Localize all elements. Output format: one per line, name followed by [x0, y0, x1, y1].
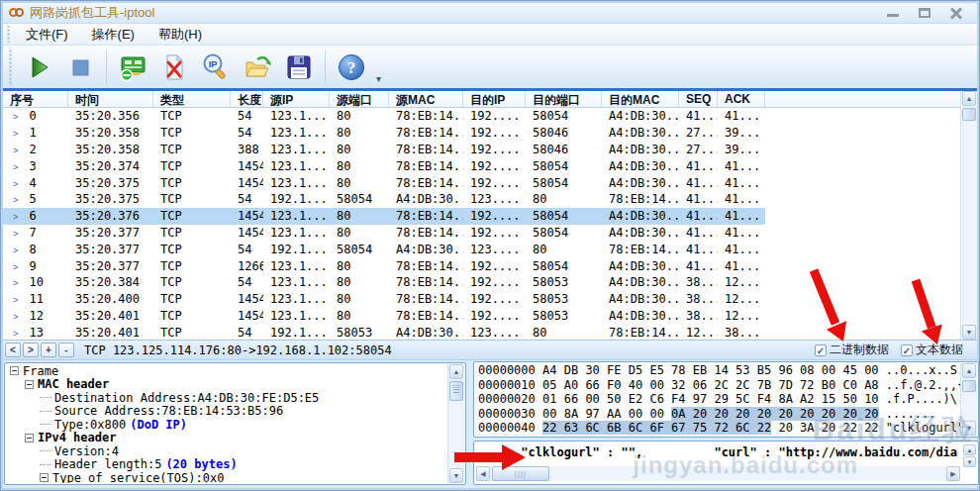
nav-button-3[interactable]: - — [58, 343, 74, 357]
column-header-7[interactable]: 目的IP — [463, 91, 526, 107]
decoded-text-line[interactable]: "clklogurl" : "", "curl" : "http://www.b… — [478, 445, 958, 461]
start-capture-button[interactable] — [20, 49, 57, 86]
row-expander-icon[interactable]: > — [13, 129, 18, 139]
scroll-up-icon[interactable]: ▲ — [962, 363, 976, 378]
row-expander-icon[interactable]: > — [13, 162, 18, 172]
scroll-right-icon[interactable]: ▶ — [946, 466, 960, 481]
table-row[interactable]: > 1135:20.400TCP1454123.1...8078:EB:14..… — [3, 291, 964, 308]
row-expander-icon[interactable]: > — [13, 146, 18, 155]
checkbox-icon[interactable]: ✓ — [901, 344, 913, 356]
scroll-left-icon[interactable]: ◀ — [476, 466, 490, 481]
table-row[interactable]: > 835:20.377TCP54192.1...58054A4:DB:30..… — [3, 241, 964, 257]
row-expander-icon[interactable]: > — [13, 112, 18, 122]
tree-expander-icon[interactable] — [10, 366, 19, 375]
nav-button-0[interactable]: < — [5, 343, 21, 357]
table-row[interactable]: > 435:20.375TCP1454123.1...8078:EB:14...… — [3, 174, 964, 191]
row-expander-icon[interactable]: > — [13, 195, 18, 205]
nav-button-2[interactable]: + — [41, 343, 56, 357]
column-header-10[interactable]: SEQ — [679, 91, 718, 107]
column-header-1[interactable]: 时间 — [68, 91, 153, 107]
close-button[interactable] — [947, 6, 965, 20]
tree-expander-icon[interactable] — [25, 380, 34, 389]
menu-item-1[interactable]: 操作(E) — [80, 24, 147, 46]
menu-drag-grip[interactable] — [6, 26, 11, 43]
toolbar-drag-grip[interactable] — [8, 48, 13, 86]
table-row[interactable]: > 335:20.374TCP1454123.1...8078:EB:14...… — [3, 157, 964, 174]
maximize-button[interactable] — [916, 6, 933, 20]
column-header-11[interactable]: ACK — [718, 91, 765, 107]
table-row[interactable]: > 535:20.375TCP54192.1...58054A4:DB:30..… — [3, 191, 964, 208]
stop-capture-button[interactable] — [61, 49, 99, 86]
column-header-2[interactable]: 类型 — [153, 91, 231, 107]
table-row[interactable]: > 635:20.376TCP1454123.1...8078:EB:14...… — [3, 208, 964, 225]
hex-row[interactable]: 00000020 01 66 00 50 E2 C6 F4 97 29 5C F… — [478, 392, 960, 407]
text-data-checkbox[interactable]: ✓文本数据 — [901, 342, 963, 358]
tree-item[interactable]: IPv4 header — [7, 432, 447, 445]
tree-item[interactable]: Type:0x800(DoD IP) — [7, 418, 447, 432]
tree-item[interactable]: Version:4 — [7, 444, 447, 458]
column-header-0[interactable]: 序号 — [3, 91, 68, 107]
hex-row[interactable]: 00000040 22 63 6C 6B 6C 6F 67 75 72 6C 2… — [478, 421, 960, 436]
toolbar-overflow-button[interactable]: ▾ — [376, 73, 381, 88]
checkbox-icon[interactable]: ✓ — [815, 344, 827, 356]
table-row[interactable]: > 035:20.356TCP54123.1...8078:EB:14...19… — [3, 108, 964, 125]
table-row[interactable]: > 935:20.377TCP1266123.1...8078:EB:14...… — [3, 257, 964, 274]
menu-item-0[interactable]: 文件(F) — [14, 24, 80, 46]
adapter-settings-button[interactable] — [114, 49, 151, 86]
scroll-down-icon[interactable]: ▼ — [962, 421, 976, 436]
table-row[interactable]: > 1235:20.401TCP1454123.1...8078:EB:14..… — [3, 308, 964, 325]
table-row[interactable]: > 1335:20.401TCP54192.1...58053A4:DB:30.… — [3, 324, 964, 340]
column-header-3[interactable]: 长度 — [231, 91, 263, 107]
minimize-button[interactable] — [884, 6, 902, 20]
tree-item[interactable]: Type of service(TOS):0x0 — [7, 471, 447, 483]
scroll-thumb[interactable] — [962, 380, 976, 392]
save-file-button[interactable] — [280, 49, 318, 86]
hex-row[interactable]: 00000010 05 A0 66 F0 40 00 32 06 2C 2C 7… — [478, 378, 960, 393]
row-expander-icon[interactable]: > — [13, 278, 18, 288]
tree-item[interactable]: MAC header — [7, 378, 447, 392]
table-row[interactable]: > 735:20.377TCP1454123.1...8078:EB:14...… — [3, 225, 964, 242]
row-expander-icon[interactable]: > — [13, 246, 18, 255]
scroll-thumb[interactable] — [449, 381, 463, 401]
row-expander-icon[interactable]: > — [13, 262, 18, 272]
column-header-9[interactable]: 目的MAC — [602, 91, 679, 107]
clear-packets-button[interactable] — [155, 49, 193, 86]
text-hscrollbar[interactable]: ◀ ▶ — [476, 466, 960, 481]
tree-item[interactable]: Destination Address:A4:DB:30:FE:D5:E5 — [7, 391, 447, 405]
tree-scrollbar[interactable]: ▲ ▼ — [447, 364, 464, 483]
row-expander-icon[interactable]: > — [13, 212, 18, 222]
tree-expander-icon[interactable] — [40, 473, 49, 482]
hex-scrollbar[interactable]: ▲ ▼ — [960, 363, 977, 436]
tree-item[interactable]: Header length:5(20 bytes) — [7, 458, 447, 472]
scroll-up-icon[interactable]: ▲ — [963, 444, 976, 455]
open-file-button[interactable] — [239, 49, 276, 86]
hex-row[interactable]: 00000030 00 8A 97 AA 00 00 0A 20 20 20 2… — [478, 407, 960, 422]
binary-data-checkbox[interactable]: ✓二进制数据 — [815, 342, 889, 358]
row-expander-icon[interactable]: > — [13, 295, 18, 305]
column-header-5[interactable]: 源端口 — [330, 91, 389, 107]
tree-item[interactable]: Source Address:78:EB:14:53:B5:96 — [7, 405, 447, 419]
scroll-thumb[interactable] — [492, 466, 549, 481]
table-row[interactable]: > 135:20.358TCP54123.1...8078:EB:14...19… — [3, 125, 964, 142]
scroll-down-icon[interactable]: ▼ — [449, 468, 463, 483]
tree-expander-icon[interactable] — [25, 434, 34, 442]
column-header-8[interactable]: 目的端口 — [526, 91, 602, 107]
row-expander-icon[interactable]: > — [13, 312, 18, 322]
nav-button-1[interactable]: > — [23, 343, 39, 357]
row-expander-icon[interactable]: > — [13, 179, 18, 189]
scroll-down-icon[interactable]: ▼ — [963, 456, 976, 467]
scroll-thumb[interactable] — [962, 108, 976, 121]
column-header-6[interactable]: 源MAC — [389, 91, 463, 107]
scroll-up-icon[interactable]: ▲ — [449, 364, 463, 379]
table-row[interactable]: > 1035:20.384TCP54123.1...8078:EB:14...1… — [3, 274, 964, 291]
hex-row[interactable]: 00000000 A4 DB 30 FE D5 E5 78 EB 14 53 B… — [478, 363, 960, 378]
menu-item-2[interactable]: 帮助(H) — [147, 24, 214, 46]
scroll-up-icon[interactable]: ▲ — [962, 91, 976, 106]
row-expander-icon[interactable]: > — [13, 229, 18, 239]
column-header-4[interactable]: 源IP — [263, 91, 330, 107]
ip-lookup-button[interactable]: IP — [197, 49, 235, 86]
packet-list-scrollbar[interactable]: ▲ ▼ — [960, 91, 977, 340]
table-row[interactable]: > 235:20.358TCP388123.1...8078:EB:14...1… — [3, 142, 964, 158]
tree-item[interactable]: Frame — [7, 364, 447, 378]
scroll-down-icon[interactable]: ▼ — [962, 325, 976, 340]
